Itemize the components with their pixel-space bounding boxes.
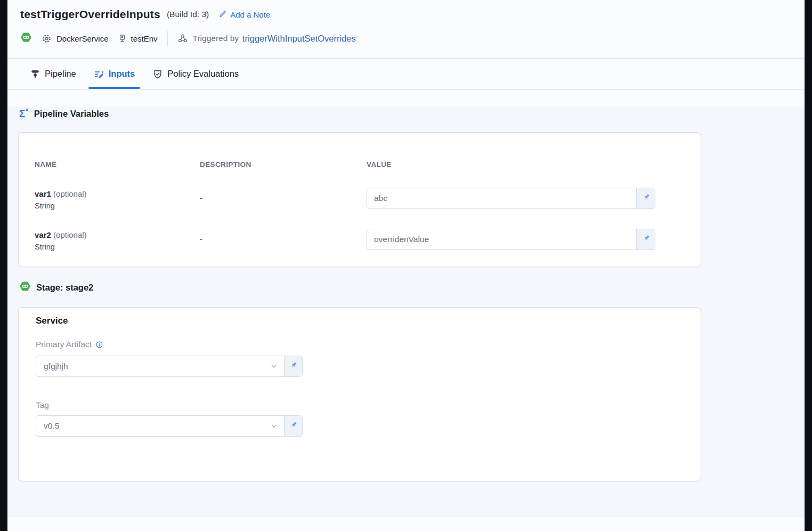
primary-artifact-select[interactable]: gfgjhjh	[36, 356, 303, 377]
variable-name-cell: var2 (optional) String	[35, 229, 200, 253]
tag-select[interactable]: v0.5	[36, 415, 303, 437]
stage-service-card: Service Primary Artifact gfgjhjh	[18, 307, 701, 481]
execution-meta-row: DockerService testEnv	[20, 31, 805, 45]
variable-description: -	[200, 188, 367, 203]
page-title: testTriggerOverrideInputs	[20, 8, 160, 21]
screen: testTriggerOverrideInputs (Build Id: 3) …	[0, 0, 812, 531]
variable-value-input[interactable]: abc	[367, 188, 655, 209]
table-row: var1 (optional) String - abc	[35, 188, 655, 212]
footer-band	[7, 516, 805, 531]
chevron-down-icon	[264, 416, 284, 436]
add-note-label: Add a Note	[230, 10, 270, 19]
pencil-icon	[218, 10, 227, 20]
stage-heading: Stage: stage2	[19, 280, 805, 294]
build-id: (Build Id: 3)	[167, 10, 209, 19]
environment-icon	[117, 34, 127, 44]
pipeline-variables-heading: Σ× Pipeline Variables	[19, 107, 805, 120]
pipeline-icon	[30, 69, 40, 79]
pin-button[interactable]	[636, 229, 655, 250]
variable-name: var1	[35, 189, 51, 198]
environment-name: testEnv	[131, 34, 158, 43]
service-heading: Service	[36, 316, 68, 326]
sigma-variables-icon: Σ×	[19, 108, 29, 118]
trigger-icon	[177, 33, 188, 44]
chevron-down-icon	[264, 356, 284, 376]
tab-policy-evaluations-label: Policy Evaluations	[167, 69, 239, 79]
primary-artifact-label-row: Primary Artifact	[36, 340, 103, 349]
triggered-by-label: Triggered by	[193, 34, 239, 43]
tag-value: v0.5	[36, 416, 264, 436]
meta-divider	[167, 31, 168, 46]
execution-header: testTriggerOverrideInputs (Build Id: 3) …	[7, 0, 805, 59]
policy-shield-icon	[152, 69, 163, 79]
pipeline-variables-card: NAME DESCRIPTION VALUE var1 (optional) S…	[18, 132, 701, 267]
column-header-description: DESCRIPTION	[200, 160, 367, 168]
pin-icon	[642, 234, 651, 245]
left-edge-strip	[0, 0, 7, 531]
title-row: testTriggerOverrideInputs (Build Id: 3) …	[20, 6, 805, 22]
gear-icon	[42, 34, 52, 44]
variables-table-header: NAME DESCRIPTION VALUE	[35, 160, 655, 168]
pin-button[interactable]	[284, 416, 302, 436]
pipeline-variables-title: Pipeline Variables	[34, 109, 109, 119]
tab-pipeline-label: Pipeline	[45, 69, 76, 79]
column-header-name: NAME	[35, 160, 200, 168]
variable-name-cell: var1 (optional) String	[35, 188, 200, 212]
pin-button[interactable]	[284, 356, 302, 376]
variable-optional-label: (optional)	[53, 189, 87, 198]
table-row: var2 (optional) String - overridenValue	[35, 229, 655, 253]
tag-label-row: Tag	[36, 400, 49, 410]
inputs-icon	[94, 69, 104, 79]
pin-icon	[289, 361, 298, 372]
trigger-name-link[interactable]: triggerWithInputSetOverrides	[242, 34, 356, 44]
execution-tabbar: Pipeline Inputs	[7, 59, 805, 90]
harness-stage-icon	[19, 280, 31, 294]
primary-artifact-value: gfgjhjh	[36, 356, 264, 376]
pin-button[interactable]	[636, 188, 655, 208]
tag-label: Tag	[36, 400, 49, 410]
add-note-link[interactable]: Add a Note	[218, 10, 270, 20]
variable-type: String	[35, 241, 200, 253]
primary-artifact-label: Primary Artifact	[36, 340, 92, 349]
inputs-tab-content: Σ× Pipeline Variables NAME DESCRIPTION V…	[7, 107, 805, 531]
variable-type: String	[35, 200, 200, 212]
execution-page: testTriggerOverrideInputs (Build Id: 3) …	[7, 0, 805, 531]
pin-icon	[642, 193, 651, 204]
pin-icon	[289, 421, 298, 432]
variable-optional-label: (optional)	[53, 230, 87, 239]
service-name: DockerService	[56, 34, 109, 43]
variable-value-text: overridenValue	[367, 229, 636, 250]
variable-name: var2	[35, 230, 51, 239]
right-edge-strip	[805, 0, 812, 531]
column-header-value: VALUE	[367, 160, 655, 168]
variable-value-input[interactable]: overridenValue	[367, 229, 655, 250]
stage-title: Stage: stage2	[36, 283, 93, 293]
tab-pipeline[interactable]: Pipeline	[25, 59, 82, 89]
tab-policy-evaluations[interactable]: Policy Evaluations	[147, 59, 244, 89]
info-icon[interactable]	[95, 341, 103, 349]
tab-inputs-label: Inputs	[109, 69, 135, 79]
tab-inputs[interactable]: Inputs	[88, 59, 141, 89]
variable-value-text: abc	[367, 188, 636, 208]
harness-stage-icon	[20, 31, 32, 45]
variable-description: -	[200, 229, 367, 244]
